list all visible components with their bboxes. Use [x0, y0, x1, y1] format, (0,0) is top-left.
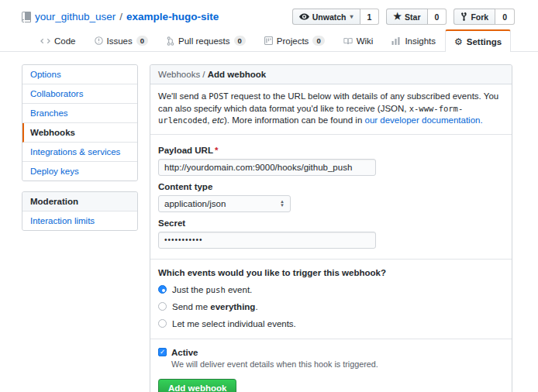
- repo-icon: [22, 12, 31, 22]
- checkbox-icon[interactable]: ✓: [158, 348, 167, 356]
- projects-count-badge: 0: [312, 36, 324, 46]
- sidebar-item-deploy-keys[interactable]: Deploy keys: [22, 162, 137, 181]
- unwatch-button[interactable]: Unwatch ▾: [292, 9, 360, 25]
- tab-projects[interactable]: Projects 0: [255, 29, 334, 51]
- tab-insights[interactable]: Insights: [382, 29, 445, 51]
- repo-nav: Code Issues 0 Pull requests 0 Projects 0: [0, 30, 538, 52]
- sidebar-item-integrations[interactable]: Integrations & services: [22, 143, 137, 162]
- breadcrumb: Webhooks / Add webhook: [150, 65, 512, 84]
- watch-group: Unwatch ▾ 1: [292, 9, 380, 25]
- tab-wiki-label: Wiki: [357, 36, 374, 46]
- webhook-description: We'll send a POST request to the URL bel…: [150, 84, 512, 135]
- radio-just-push-label: Just the push event.: [172, 285, 252, 294]
- payload-url-label: Payload URL*: [158, 146, 504, 155]
- fork-count[interactable]: 0: [495, 9, 515, 25]
- page-title: Add webhook: [208, 70, 266, 79]
- active-label: Active: [171, 348, 198, 357]
- repo-title: your_github_user / example-hugo-site: [22, 11, 219, 22]
- tab-insights-label: Insights: [405, 36, 436, 46]
- secret-input[interactable]: [158, 232, 376, 249]
- webhook-form: Payload URL* Content type application/js…: [150, 135, 512, 392]
- radio-send-everything-label: Send me everything.: [172, 302, 258, 311]
- radio-just-push[interactable]: Just the push event.: [158, 285, 504, 294]
- star-group: ★ Star 0: [386, 9, 447, 25]
- star-icon: ★: [393, 12, 402, 21]
- repo-name-link[interactable]: example-hugo-site: [126, 11, 219, 22]
- radio-send-everything[interactable]: Send me everything.: [158, 302, 504, 311]
- issue-icon: [95, 36, 103, 45]
- radio-button-icon[interactable]: [158, 319, 167, 328]
- tab-pull-requests-label: Pull requests: [178, 36, 229, 46]
- fork-label: Fork: [471, 12, 488, 22]
- sidebar-item-options[interactable]: Options: [22, 65, 137, 84]
- radio-individual-events-label: Let me select individual events.: [172, 319, 296, 328]
- tab-code[interactable]: Code: [31, 29, 85, 51]
- issues-count-badge: 0: [136, 36, 148, 46]
- sidebar-item-branches[interactable]: Branches: [22, 104, 137, 123]
- star-label: Star: [405, 12, 420, 22]
- section-divider: [150, 259, 512, 260]
- breadcrumb-separator: /: [202, 70, 205, 79]
- content-area: Options Collaborators Branches Webhooks …: [0, 52, 538, 392]
- select-arrows-icon: ▲ ▼: [280, 200, 285, 207]
- fork-group: Fork 0: [454, 9, 515, 25]
- pull-request-icon: [167, 36, 174, 46]
- gear-icon: ⚙: [454, 37, 463, 46]
- tab-projects-label: Projects: [277, 36, 309, 46]
- repo-separator: /: [119, 11, 122, 22]
- repo-actions: Unwatch ▾ 1 ★ Star 0 Fork 0: [292, 9, 515, 25]
- repo-header: your_github_user / example-hugo-site Unw…: [0, 0, 538, 30]
- tab-code-label: Code: [54, 36, 76, 46]
- tab-issues-label: Issues: [107, 36, 133, 46]
- moderation-heading: Moderation: [22, 192, 137, 211]
- payload-url-input[interactable]: [158, 159, 376, 176]
- settings-menu: Options Collaborators Branches Webhooks …: [22, 64, 138, 181]
- eye-icon: [299, 13, 309, 20]
- repo-owner-link[interactable]: your_github_user: [35, 11, 116, 22]
- etc-emphasis: etc: [212, 115, 224, 125]
- tab-pull-requests[interactable]: Pull requests 0: [157, 29, 255, 51]
- projects-icon: [264, 36, 273, 45]
- caret-down-icon: ▾: [350, 13, 353, 20]
- add-webhook-button[interactable]: Add webhook: [158, 379, 236, 392]
- content-type-label: Content type: [158, 182, 504, 191]
- required-asterisk: *: [215, 146, 218, 155]
- radio-button-icon[interactable]: [158, 302, 167, 311]
- star-button[interactable]: ★ Star: [386, 9, 427, 25]
- content-type-value: application/json: [164, 199, 226, 208]
- radio-button-icon[interactable]: [158, 285, 167, 294]
- events-question: Which events would you like to trigger t…: [158, 268, 504, 277]
- content-type-select[interactable]: application/json ▲ ▼: [158, 195, 291, 212]
- fork-button[interactable]: Fork: [454, 9, 495, 25]
- watch-count[interactable]: 1: [360, 9, 380, 25]
- star-count[interactable]: 0: [428, 9, 447, 25]
- breadcrumb-webhooks-link[interactable]: Webhooks: [158, 70, 200, 79]
- code-icon: [40, 38, 50, 44]
- unwatch-label: Unwatch: [312, 12, 347, 22]
- description-text: We'll send a: [158, 91, 209, 101]
- radio-individual-events[interactable]: Let me select individual events.: [158, 319, 504, 328]
- sidebar-item-interaction-limits[interactable]: Interaction limits: [22, 211, 137, 230]
- section-divider: [150, 339, 512, 339]
- webhook-panel: Webhooks / Add webhook We'll send a POST…: [150, 64, 512, 392]
- graph-icon: [391, 37, 401, 45]
- tab-settings[interactable]: ⚙ Settings: [445, 29, 511, 52]
- pull-requests-count-badge: 0: [234, 36, 246, 46]
- sidebar-item-collaborators[interactable]: Collaborators: [22, 84, 137, 104]
- tab-issues[interactable]: Issues 0: [85, 29, 158, 51]
- description-text: ). More information can be found in: [224, 115, 365, 125]
- moderation-menu: Moderation Interaction limits: [22, 191, 138, 231]
- tab-wiki[interactable]: Wiki: [334, 29, 383, 51]
- tab-settings-label: Settings: [467, 37, 502, 46]
- book-icon: [343, 37, 353, 45]
- github-webhook-settings-page: your_github_user / example-hugo-site Unw…: [0, 0, 538, 392]
- secret-label: Secret: [158, 218, 504, 228]
- developer-docs-link[interactable]: our developer documentation.: [365, 115, 483, 125]
- fork-icon: [460, 12, 467, 22]
- sidebar-item-webhooks[interactable]: Webhooks: [22, 123, 137, 143]
- payload-url-label-text: Payload URL: [158, 146, 213, 155]
- settings-sidebar: Options Collaborators Branches Webhooks …: [22, 64, 138, 241]
- post-code: POST: [209, 91, 228, 101]
- active-note: We will deliver event details when this …: [171, 359, 504, 369]
- active-checkbox-row[interactable]: ✓ Active: [158, 348, 504, 357]
